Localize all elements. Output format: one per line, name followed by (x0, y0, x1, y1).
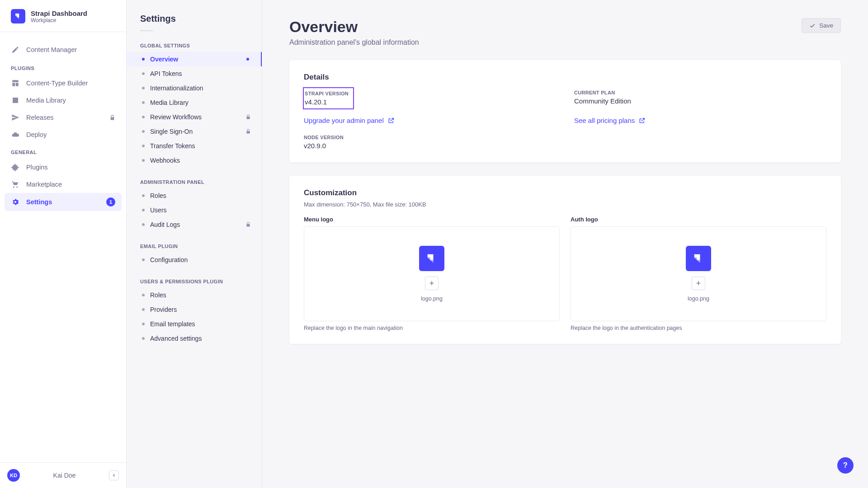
auth-logo-filename: logo.png (688, 296, 709, 302)
collapse-sidebar-button[interactable] (109, 470, 119, 480)
settings-subnav: Settings GLOBAL SETTINGS Overview API To… (127, 0, 262, 488)
sidebar-section-general: GENERAL (5, 143, 122, 159)
strapi-version-highlight: STRAPI VERSION v4.20.1 (303, 87, 354, 109)
cloud-icon (11, 131, 20, 139)
sidebar-footer: KD Kai Doe (0, 462, 126, 488)
lock-icon (245, 222, 251, 227)
auth-logo-add-button[interactable]: + (692, 277, 705, 290)
subnav-item-users-admin[interactable]: Users (127, 203, 262, 217)
customization-sub: Max dimension: 750×750, Max file size: 1… (304, 201, 826, 208)
save-button-label: Save (819, 22, 833, 29)
customization-card: Customization Max dimension: 750×750, Ma… (289, 176, 841, 344)
auth-logo-label: Auth logo (571, 216, 826, 223)
save-button[interactable]: Save (802, 18, 841, 33)
strapi-version-label: STRAPI VERSION (305, 91, 349, 96)
lock-icon (109, 115, 115, 121)
settings-badge: 1 (106, 197, 115, 206)
user-avatar[interactable]: KD (7, 469, 20, 482)
subnav-section-admin: ADMINISTRATION PANEL (127, 168, 262, 188)
layout-icon (11, 79, 20, 87)
user-name: Kai Doe (26, 472, 103, 479)
image-icon (11, 96, 20, 104)
subnav-item-i18n[interactable]: Internationalization (127, 81, 262, 95)
cart-icon (11, 180, 20, 188)
paper-plane-icon (11, 113, 20, 122)
plus-icon: + (429, 279, 434, 288)
details-heading: Details (304, 73, 826, 82)
subnav-item-api-tokens[interactable]: API Tokens (127, 66, 262, 81)
lock-icon (245, 129, 251, 134)
sidebar-item-deploy[interactable]: Deploy (5, 126, 122, 143)
subnav-item-email-config[interactable]: Configuration (127, 253, 262, 267)
subnav-item-roles-up[interactable]: Roles (127, 288, 262, 302)
sidebar-item-settings[interactable]: Settings 1 (5, 193, 122, 211)
brand-header[interactable]: Strapi Dashboard Workplace (0, 0, 126, 32)
subnav-section-users-perm: USERS & PERMISSIONS PLUGIN (127, 267, 262, 288)
page-subtitle: Administration panel's global informatio… (289, 38, 419, 47)
node-version-value: v20.9.0 (304, 142, 556, 150)
lock-icon (245, 114, 251, 120)
strapi-logo-icon (11, 9, 25, 23)
menu-logo-label: Menu logo (304, 216, 560, 223)
subnav-item-review-workflows[interactable]: Review Workflows (127, 110, 262, 124)
subnav-item-roles-admin[interactable]: Roles (127, 188, 262, 203)
subnav-item-advanced[interactable]: Advanced settings (127, 331, 262, 346)
active-indicator-icon (246, 58, 249, 61)
subnav-item-webhooks[interactable]: Webhooks (127, 153, 262, 168)
current-plan-value: Community Edition (574, 97, 826, 105)
sidebar-item-marketplace[interactable]: Marketplace (5, 176, 122, 193)
subnav-item-sso[interactable]: Single Sign-On (127, 124, 262, 139)
sidebar-item-releases[interactable]: Releases (5, 109, 122, 126)
page-title: Overview (289, 18, 419, 36)
sidebar-item-label: Settings (26, 198, 52, 206)
details-card: Details STRAPI VERSION v4.20.1 CURRENT P… (289, 60, 841, 162)
current-plan-label: CURRENT PLAN (574, 90, 826, 95)
subnav-item-media[interactable]: Media Library (127, 95, 262, 110)
subnav-item-providers[interactable]: Providers (127, 302, 262, 317)
help-button[interactable]: ? (837, 457, 854, 474)
main-content: Overview Administration panel's global i… (262, 0, 868, 488)
question-icon: ? (843, 461, 848, 469)
puzzle-icon (11, 163, 20, 171)
sidebar-item-label: Marketplace (26, 181, 62, 188)
sidebar-item-label: Deploy (26, 131, 47, 138)
menu-logo-preview (419, 246, 444, 271)
sidebar-item-label: Media Library (26, 97, 66, 104)
brand-title: Strapi Dashboard (31, 9, 87, 17)
menu-logo-box: + logo.png (304, 226, 560, 321)
subnav-section-email: EMAIL PLUGIN (127, 232, 262, 253)
subnav-item-transfer-tokens[interactable]: Transfer Tokens (127, 139, 262, 153)
external-link-icon (387, 117, 395, 124)
check-icon (809, 23, 816, 29)
subnav-item-overview[interactable]: Overview (127, 52, 262, 66)
subnav-title: Settings (127, 8, 262, 30)
sidebar-item-media[interactable]: Media Library (5, 92, 122, 109)
gear-icon (11, 198, 20, 206)
menu-logo-filename: logo.png (421, 296, 443, 302)
customization-heading: Customization (304, 188, 826, 197)
sidebar-item-content-manager[interactable]: Content Manager (5, 40, 122, 59)
sidebar-item-label: Releases (26, 114, 53, 121)
subnav-section-global: GLOBAL SETTINGS (127, 31, 262, 52)
upgrade-link[interactable]: Upgrade your admin panel (304, 117, 395, 124)
pricing-link[interactable]: See all pricing plans (574, 117, 646, 124)
external-link-icon (638, 117, 646, 124)
pencil-square-icon (11, 46, 20, 54)
sidebar-item-label: Plugins (26, 164, 48, 171)
subnav-item-audit-logs[interactable]: Audit Logs (127, 217, 262, 232)
strapi-version-value: v4.20.1 (305, 98, 349, 106)
node-version-label: NODE VERSION (304, 135, 556, 140)
sidebar-item-label: Content Manager (26, 46, 77, 53)
menu-logo-add-button[interactable]: + (425, 277, 439, 290)
brand-subtitle: Workplace (31, 17, 87, 23)
sidebar-item-plugins[interactable]: Plugins (5, 159, 122, 176)
sidebar-item-label: Content-Type Builder (26, 80, 88, 87)
sidebar-section-plugins: PLUGINS (5, 59, 122, 75)
auth-logo-help: Replace the logo in the authentication p… (571, 325, 826, 331)
auth-logo-preview (686, 246, 711, 271)
menu-logo-help: Replace the logo in the main navigation (304, 325, 560, 331)
auth-logo-box: + logo.png (571, 226, 826, 321)
subnav-item-email-templates[interactable]: Email templates (127, 317, 262, 331)
main-sidebar: Strapi Dashboard Workplace Content Manag… (0, 0, 127, 488)
sidebar-item-ctb[interactable]: Content-Type Builder (5, 75, 122, 92)
